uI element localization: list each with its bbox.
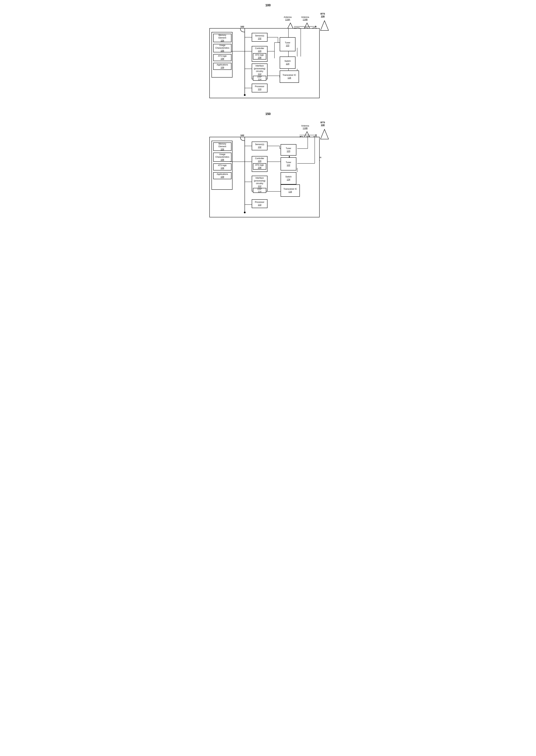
main-area-d1: 102 <box>209 28 319 98</box>
memory-element-box-d2: MemoryElement 104 <box>213 142 231 151</box>
tuner-123-box-d2: Tuner 123 <box>281 144 296 155</box>
switch-box-d1: Switch 124 <box>280 56 295 69</box>
switch-box-d2: Switch 124 <box>281 172 296 185</box>
transceiver-box-d2: Transceiver IC 116 <box>281 185 300 197</box>
svg-marker-31 <box>316 134 317 136</box>
tuner-box-d1: Tuner 122 <box>280 37 295 51</box>
transceiver-box-d1: Transceiver IC 116 <box>280 71 299 83</box>
bus-102-label-d2: 102 <box>240 134 244 137</box>
antenna-118b-label-d2: Antenna118B <box>301 124 309 129</box>
antenna-118b-label: Antenna118B <box>301 16 309 21</box>
ats-logic-ctrl-box-d2: ATS logic 108 <box>253 163 266 170</box>
ats-logic-mem-box-d2: ATS logic 108 <box>213 163 231 170</box>
usage-chars-box-d1: UsageCharacteristics 106 <box>213 44 231 52</box>
bts-130-label-d1: BTS130 <box>320 13 325 18</box>
main-area-d2: 102 <box>209 137 319 217</box>
svg-point-7 <box>244 94 246 96</box>
sensors-box-d1: Sensor(s) 132 <box>252 33 267 42</box>
sensors-box-d2: Sensor(s) 132 <box>252 142 267 150</box>
memory-outer-box-d2: MemoryElement 104 UsageCharacteristics 1… <box>212 141 232 190</box>
diagram-100-title: 100 <box>202 4 334 7</box>
antenna-118a-label: Antenna118A <box>284 16 292 21</box>
diagram-150-title: 150 <box>202 112 334 116</box>
dsp-box-d2: DSP 114 <box>253 188 266 193</box>
dsp-box-d1: DSP 114 <box>253 76 266 81</box>
diagram-150: 150 Antenna118B BTS130 Antenna118A <box>202 112 334 221</box>
applications-box-d2: Applications 109 <box>213 172 231 179</box>
ats-logic-mem-box-d1: ATS logic 108 <box>213 54 231 61</box>
usage-chars-box-d2: UsageCharacteristics 106 <box>213 153 231 162</box>
interface-box-d1: Interface(processing)circuitry 112 DSP 1… <box>252 63 267 79</box>
processor-box-d2: Processor 110 <box>252 199 267 208</box>
memory-element-box-d1: MemoryElement 104 <box>213 34 231 42</box>
controller-box-d2: Controller 120 ATS logic 108 <box>252 156 267 172</box>
interface-box-d2: Interface(processing)circuitry 112 DSP 1… <box>252 176 267 191</box>
svg-point-37 <box>244 212 246 213</box>
memory-outer-box-d1: MemoryElement 104 UsageCharacteristics 1… <box>212 32 232 78</box>
bus-102-label-d1: 102 <box>240 25 244 28</box>
applications-box-d1: Applications 109 <box>213 63 231 70</box>
page: 100 Antenna118A Antenna118B BTS130 <box>202 4 334 221</box>
controller-box-d1: Controller 120 ATS logic 108 <box>252 46 267 62</box>
tuner-122-box-d2: Tuner 122 <box>281 157 296 170</box>
processor-box-d1: Processor 110 <box>252 84 267 92</box>
ats-logic-ctrl-box-d1: ATS logic 108 <box>253 53 266 59</box>
svg-marker-4 <box>315 26 317 27</box>
diagram-100: 100 Antenna118A Antenna118B BTS130 <box>202 4 334 102</box>
bts-130-label-d2: BTS130 <box>320 121 325 126</box>
